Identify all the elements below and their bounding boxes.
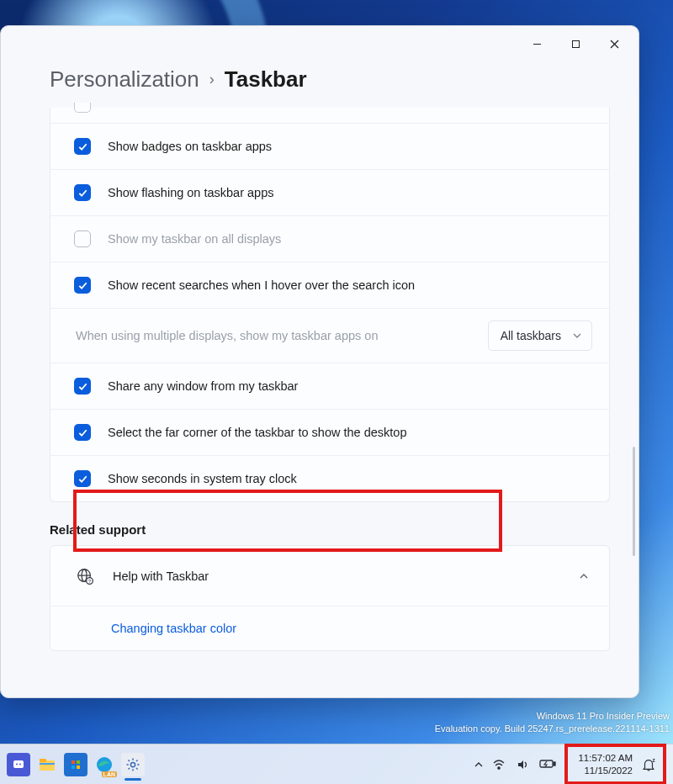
label-show-flashing: Show flashing on taskbar apps xyxy=(108,186,274,199)
setting-show-flashing[interactable]: Show flashing on taskbar apps xyxy=(50,169,609,215)
svg-point-23 xyxy=(498,766,500,768)
breadcrumb-parent[interactable]: Personalization xyxy=(50,66,199,93)
svg-rect-18 xyxy=(77,760,80,764)
dropdown-multi-display: All taskbars xyxy=(488,320,592,351)
wifi-icon[interactable] xyxy=(492,758,506,771)
setting-recent-searches[interactable]: Show recent searches when I hover over t… xyxy=(50,262,609,308)
volume-icon[interactable] xyxy=(516,758,529,771)
svg-rect-16 xyxy=(40,763,55,765)
setting-show-all-displays: Show my taskbar on all displays xyxy=(50,215,609,262)
label-show-badges: Show badges on taskbar apps xyxy=(108,140,272,153)
checkbox-recent-searches[interactable] xyxy=(74,277,91,294)
label-share-window: Share any window from my taskbar xyxy=(108,379,298,393)
chevron-up-icon xyxy=(579,571,589,581)
svg-point-13 xyxy=(19,763,21,765)
svg-point-22 xyxy=(130,762,135,766)
related-support-header: Related support xyxy=(50,522,610,537)
taskbar-app-settings[interactable] xyxy=(121,753,145,776)
battery-icon[interactable] xyxy=(539,758,556,771)
watermark-line2: Evaluation copy. Build 25247.rs_prerelea… xyxy=(435,723,670,735)
scrollbar-thumb[interactable] xyxy=(633,447,635,556)
setting-show-badges[interactable]: Show badges on taskbar apps xyxy=(50,123,609,169)
link-changing-taskbar-color[interactable]: Changing taskbar color xyxy=(50,607,609,650)
settings-window: Personalization › Taskbar Show badges on… xyxy=(0,25,639,698)
link-label: Changing taskbar color xyxy=(111,622,236,635)
check-icon xyxy=(77,474,88,485)
svg-text:z: z xyxy=(653,757,655,763)
checkbox-share-window[interactable] xyxy=(74,378,91,395)
svg-point-12 xyxy=(16,763,18,765)
setting-row-previous-stub xyxy=(50,108,609,123)
title-bar xyxy=(1,26,639,60)
svg-rect-15 xyxy=(40,759,46,762)
svg-rect-19 xyxy=(72,765,75,769)
svg-rect-17 xyxy=(72,760,75,764)
close-button[interactable] xyxy=(595,31,633,56)
taskbar-app-edge[interactable]: LAN xyxy=(93,753,116,776)
check-icon xyxy=(77,427,88,438)
taskbar-behaviors-panel: Show badges on taskbar apps Show flashin… xyxy=(50,108,610,502)
checkbox-show-all-displays xyxy=(74,230,91,247)
checkbox-stub-icon xyxy=(74,103,91,113)
dropdown-value: All taskbars xyxy=(501,329,561,342)
globe-help-icon: ? xyxy=(76,567,94,585)
breadcrumb-current: Taskbar xyxy=(225,66,307,93)
help-with-taskbar-label: Help with Taskbar xyxy=(113,569,209,583)
check-icon xyxy=(77,381,88,392)
svg-rect-25 xyxy=(554,762,555,765)
setting-far-corner[interactable]: Select the far corner of the taskbar to … xyxy=(50,409,609,455)
notification-center-icon[interactable]: z xyxy=(638,754,660,776)
taskbar: LAN 11:57:02 AM 11/15/2022 xyxy=(0,744,673,784)
clock-time: 11:57:02 AM xyxy=(578,752,633,764)
label-recent-searches: Show recent searches when I hover over t… xyxy=(108,278,415,292)
related-support-panel: ? Help with Taskbar Changing taskbar col… xyxy=(50,545,610,651)
watermark-line1: Windows 11 Pro Insider Preview xyxy=(435,710,670,723)
windows-watermark: Windows 11 Pro Insider Preview Evaluatio… xyxy=(435,710,670,735)
tray-overflow-icon[interactable] xyxy=(474,760,484,770)
checkbox-show-flashing[interactable] xyxy=(74,184,91,201)
chevron-right-icon: › xyxy=(209,71,215,88)
check-icon xyxy=(77,280,88,291)
checkbox-show-badges[interactable] xyxy=(74,138,91,155)
label-show-seconds: Show seconds in system tray clock xyxy=(108,472,297,485)
checkbox-show-seconds[interactable] xyxy=(74,470,91,487)
check-icon xyxy=(77,141,88,152)
system-clock[interactable]: 11:57:02 AM 11/15/2022 xyxy=(573,749,638,780)
help-with-taskbar[interactable]: ? Help with Taskbar xyxy=(50,546,609,607)
svg-rect-3 xyxy=(572,40,579,47)
breadcrumb: Personalization › Taskbar xyxy=(1,60,639,108)
setting-multi-display: When using multiple displays, show my ta… xyxy=(50,308,609,363)
checkbox-far-corner[interactable] xyxy=(74,424,91,441)
maximize-button[interactable] xyxy=(556,31,595,56)
svg-rect-20 xyxy=(77,765,80,769)
svg-rect-11 xyxy=(13,760,24,768)
chevron-down-icon xyxy=(573,331,581,340)
taskbar-app-store[interactable] xyxy=(64,753,87,776)
clock-date: 11/15/2022 xyxy=(578,765,633,776)
svg-text:?: ? xyxy=(88,578,91,583)
taskbar-app-explorer[interactable] xyxy=(35,753,59,776)
setting-show-seconds[interactable]: Show seconds in system tray clock xyxy=(50,455,609,501)
taskbar-app-chat[interactable] xyxy=(7,753,30,776)
minimize-button[interactable] xyxy=(517,31,556,56)
check-icon xyxy=(77,188,88,199)
label-show-all-displays: Show my taskbar on all displays xyxy=(108,232,281,246)
annotation-box-clock: 11:57:02 AM 11/15/2022 z xyxy=(564,744,666,784)
label-multi-display: When using multiple displays, show my ta… xyxy=(76,329,488,342)
label-far-corner: Select the far corner of the taskbar to … xyxy=(108,426,406,439)
setting-share-window[interactable]: Share any window from my taskbar xyxy=(50,363,609,409)
